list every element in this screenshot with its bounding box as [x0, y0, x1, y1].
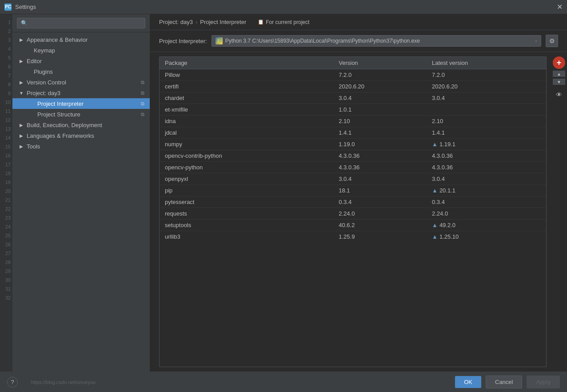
- apply-button[interactable]: Apply: [527, 376, 560, 388]
- sidebar-item-project-interpreter[interactable]: ▶Project Interpreter⧉: [12, 98, 150, 109]
- line-number: 21: [5, 196, 11, 204]
- sidebar-item-label: Keymap: [34, 47, 55, 54]
- line-numbers: 1234567891011121314151617181920212223242…: [0, 14, 12, 372]
- line-number: 32: [5, 293, 11, 302]
- breadcrumb-link[interactable]: 📋 For current project: [258, 19, 309, 25]
- bottom-bar: ? https://blog.csdn.net/sinceyou OK Canc…: [0, 372, 567, 392]
- sidebar-item-appearance[interactable]: ▶Appearance & Behavior: [12, 34, 150, 45]
- package-latest-version: 2.10: [427, 116, 546, 127]
- package-name: pytesseract: [160, 196, 333, 208]
- ok-button[interactable]: OK: [455, 376, 481, 388]
- package-version: 2.10: [333, 116, 427, 127]
- package-name: certifi: [160, 81, 333, 92]
- line-number: 28: [5, 258, 11, 267]
- table-row[interactable]: pip18.1▲20.1.1: [160, 185, 546, 196]
- sidebar-item-label: Languages & Frameworks: [27, 132, 94, 139]
- line-number: 19: [5, 178, 11, 187]
- sidebar-item-project-structure[interactable]: ▶Project Structure⧉: [12, 109, 150, 120]
- package-name: requests: [160, 208, 333, 220]
- scroll-up-button[interactable]: ▲: [553, 71, 565, 77]
- upgrade-arrow-icon: ▲: [432, 233, 438, 240]
- scroll-down-button[interactable]: ▼: [553, 79, 565, 85]
- table-row[interactable]: certifi2020.6.202020.6.20: [160, 81, 546, 92]
- package-version: 1.0.1: [333, 104, 427, 116]
- package-name: opencv-python: [160, 162, 333, 173]
- package-table-container[interactable]: PackageVersionLatest versionPillow7.2.07…: [159, 56, 547, 367]
- sidebar-item-editor[interactable]: ▶Editor: [12, 56, 150, 66]
- sidebar-item-keymap[interactable]: ▶Keymap: [12, 45, 150, 56]
- line-number: 11: [5, 107, 11, 116]
- dropdown-arrow-icon: ▾: [535, 39, 537, 44]
- package-name: Pillow: [160, 69, 333, 81]
- help-button[interactable]: ?: [7, 377, 18, 388]
- package-name: numpy: [160, 139, 333, 150]
- arrow-icon: ▶: [18, 57, 25, 64]
- table-row[interactable]: idna2.102.10: [160, 116, 546, 127]
- package-version: 40.6.2: [333, 220, 427, 231]
- breadcrumb-project: Project: day3: [159, 19, 193, 25]
- copy-icon: ⧉: [141, 80, 144, 85]
- table-row[interactable]: Pillow7.2.07.2.0: [160, 69, 546, 81]
- line-number: 30: [5, 276, 11, 284]
- package-latest-version: [427, 104, 546, 116]
- eye-button[interactable]: 👁: [553, 88, 565, 101]
- table-row[interactable]: et-xmlfile1.0.1: [160, 104, 546, 116]
- sidebar-item-label: Appearance & Behavior: [27, 36, 88, 43]
- sidebar-item-languages-frameworks[interactable]: ▶Languages & Frameworks: [12, 130, 150, 141]
- table-row[interactable]: setuptools40.6.2▲49.2.0: [160, 220, 546, 231]
- sidebar-item-plugins[interactable]: ▶Plugins: [12, 66, 150, 77]
- arrow-icon: ▶: [18, 132, 25, 139]
- gear-button[interactable]: ⚙: [546, 35, 558, 47]
- breadcrumb-current: Project Interpreter: [200, 19, 246, 25]
- sidebar-item-label: Project Interpreter: [37, 100, 84, 107]
- close-button[interactable]: ✕: [557, 4, 563, 11]
- sidebar-item-version-control[interactable]: ▶Version Control⧉: [12, 77, 150, 88]
- title-bar-left: PC Settings: [4, 4, 36, 11]
- package-latest-version: 2020.6.20: [427, 81, 546, 92]
- table-row[interactable]: requests2.24.02.24.0: [160, 208, 546, 220]
- table-row[interactable]: jdcal1.4.11.4.1: [160, 127, 546, 139]
- sidebar-item-project-day3[interactable]: ▼Project: day3⧉: [12, 88, 150, 98]
- line-number: 8: [8, 80, 11, 89]
- table-row[interactable]: pytesseract0.3.40.3.4: [160, 196, 546, 208]
- cancel-button[interactable]: Cancel: [486, 376, 522, 388]
- table-row[interactable]: openpyxl3.0.43.0.4: [160, 173, 546, 185]
- sidebar-item-tools[interactable]: ▶Tools: [12, 141, 150, 152]
- sidebar-item-build-execution[interactable]: ▶Build, Execution, Deployment: [12, 120, 150, 130]
- package-name: setuptools: [160, 220, 333, 231]
- package-latest-version: 1.4.1: [427, 127, 546, 139]
- line-number: 7: [8, 71, 11, 80]
- table-row[interactable]: urllib31.25.9▲1.25.10: [160, 231, 546, 243]
- package-version: 2020.6.20: [333, 81, 427, 92]
- package-version: 4.3.0.36: [333, 150, 427, 162]
- package-latest-version: ▲1.19.1: [427, 139, 546, 150]
- search-input[interactable]: [17, 18, 145, 28]
- content-area: Project: day3 › Project Interpreter 📋 Fo…: [150, 14, 567, 372]
- line-number: 29: [5, 267, 11, 276]
- line-number: 5: [8, 53, 11, 62]
- arrow-icon: ▼: [18, 89, 25, 96]
- copy-icon: ⧉: [141, 112, 144, 117]
- package-area: PackageVersionLatest versionPillow7.2.07…: [150, 52, 567, 372]
- package-name: openpyxl: [160, 173, 333, 185]
- package-name: jdcal: [160, 127, 333, 139]
- table-row[interactable]: opencv-contrib-python4.3.0.364.3.0.36: [160, 150, 546, 162]
- package-name: et-xmlfile: [160, 104, 333, 116]
- copy-icon: ⧉: [141, 101, 144, 107]
- upgrade-arrow-icon: ▲: [432, 187, 438, 194]
- line-number: 1: [8, 18, 11, 27]
- package-version: 3.0.4: [333, 173, 427, 185]
- table-row[interactable]: numpy1.19.0▲1.19.1: [160, 139, 546, 150]
- interpreter-dropdown[interactable]: 🐍 Python 3.7 C:\Users\15893\AppData\Loca…: [212, 35, 541, 47]
- breadcrumb: Project: day3 › Project Interpreter 📋 Fo…: [150, 14, 567, 30]
- package-version: 1.25.9: [333, 231, 427, 243]
- nav-tree: ▶Appearance & Behavior▶Keymap▶Editor▶Plu…: [12, 32, 150, 372]
- package-table: PackageVersionLatest versionPillow7.2.07…: [160, 57, 546, 242]
- interpreter-label: Project Interpreter:: [159, 38, 207, 44]
- line-number: 10: [5, 98, 11, 107]
- window-title: Settings: [15, 4, 36, 10]
- table-row[interactable]: opencv-python4.3.0.364.3.0.36: [160, 162, 546, 173]
- package-name: idna: [160, 116, 333, 127]
- add-package-button[interactable]: + Instal: [553, 56, 565, 69]
- table-row[interactable]: chardet3.0.43.0.4: [160, 92, 546, 104]
